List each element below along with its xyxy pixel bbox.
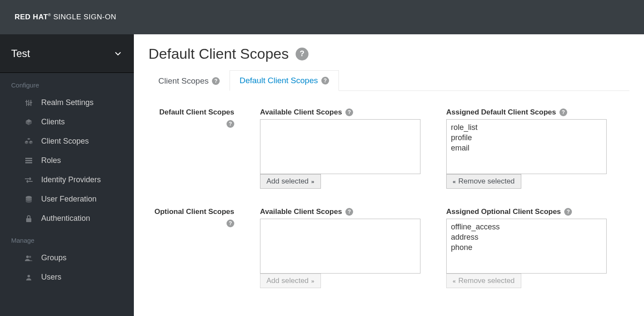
lock-icon [24, 215, 33, 222]
sliders-icon [24, 99, 33, 106]
svg-rect-6 [25, 158, 32, 159]
chevron-right-icon: » [311, 278, 314, 284]
realm-name: Test [11, 48, 30, 60]
row-label-text: Optional Client Scopes [154, 208, 234, 216]
available-label: Available Client Scopes ? [260, 208, 420, 216]
tab-label: Default Client Scopes [239, 76, 318, 85]
main-content: Default Client Scopes ? Client Scopes ? … [134, 34, 644, 316]
button-label: Remove selected [458, 277, 514, 285]
list-item[interactable]: address [451, 232, 602, 242]
add-selected-default-button[interactable]: Add selected » [260, 174, 321, 189]
sidebar-item-users[interactable]: Users [0, 268, 134, 287]
help-icon[interactable]: ? [564, 208, 572, 216]
sidebar-item-label: Users [41, 273, 61, 282]
page-title: Default Client Scopes ? [148, 45, 629, 62]
row-label-optional: Optional Client Scopes ? [148, 208, 234, 288]
sidebar-item-roles[interactable]: Roles [0, 151, 134, 170]
button-label: Remove selected [458, 177, 514, 186]
users-icon [24, 255, 33, 261]
svg-point-11 [26, 256, 29, 258]
button-label: Add selected [266, 177, 308, 186]
tab-label: Client Scopes [158, 76, 209, 86]
svg-rect-1 [28, 100, 29, 106]
remove-selected-default-button[interactable]: « Remove selected [446, 174, 521, 189]
chevron-left-icon: « [453, 178, 456, 185]
chevron-left-icon: « [453, 278, 456, 284]
list-item[interactable]: profile [451, 132, 602, 143]
available-label-text: Available Client Scopes [260, 108, 342, 117]
exchange-icon [24, 177, 33, 183]
database-icon [24, 196, 33, 203]
user-icon [24, 274, 33, 280]
help-icon[interactable]: ? [321, 77, 329, 84]
sidebar: Test Configure Realm Settings Clients Cl… [0, 34, 134, 316]
help-icon[interactable]: ? [227, 220, 234, 227]
col-available-default: Available Client Scopes ? Add selected » [260, 108, 420, 189]
sidebar-item-client-scopes[interactable]: Client Scopes [0, 132, 134, 151]
sidebar-item-label: Clients [41, 117, 65, 126]
page-title-text: Default Client Scopes [148, 45, 289, 62]
add-selected-optional-button[interactable]: Add selected » [260, 274, 321, 288]
brand-part1: RED HAT [15, 13, 48, 21]
sidebar-section-manage: Manage [0, 228, 134, 248]
tab-client-scopes[interactable]: Client Scopes ? [148, 70, 230, 91]
brand-logo: RED HAT® SINGLE SIGN-ON [15, 13, 116, 21]
col-available-optional: Available Client Scopes ? Add selected » [260, 208, 420, 288]
svg-rect-10 [26, 218, 31, 222]
available-optional-listbox[interactable] [260, 219, 420, 274]
brand-trademark: ® [48, 13, 51, 17]
list-item[interactable]: phone [451, 242, 602, 253]
row-label-text: Default Client Scopes [159, 108, 234, 117]
chevron-right-icon: » [311, 178, 314, 185]
row-optional-client-scopes: Optional Client Scopes ? Available Clien… [148, 208, 629, 288]
sidebar-item-label: Client Scopes [41, 137, 89, 146]
help-icon[interactable]: ? [212, 77, 220, 85]
tab-default-client-scopes[interactable]: Default Client Scopes ? [230, 70, 339, 91]
help-icon[interactable]: ? [296, 48, 308, 60]
button-label: Add selected [266, 277, 308, 285]
sidebar-item-label: Groups [41, 253, 67, 262]
list-item[interactable]: role_list [451, 122, 602, 132]
row-default-client-scopes: Default Client Scopes ? Available Client… [148, 108, 629, 189]
svg-rect-4 [27, 104, 30, 105]
available-label: Available Client Scopes ? [260, 108, 420, 117]
remove-selected-optional-button[interactable]: « Remove selected [446, 274, 521, 288]
topbar: RED HAT® SINGLE SIGN-ON [0, 0, 644, 34]
sidebar-item-label: Authentication [41, 214, 90, 223]
svg-rect-5 [30, 102, 32, 103]
sidebar-item-label: User Federation [41, 195, 97, 204]
sidebar-item-identity-providers[interactable]: Identity Providers [0, 170, 134, 190]
svg-point-12 [29, 256, 31, 258]
sidebar-item-label: Identity Providers [41, 175, 101, 184]
svg-rect-7 [25, 160, 32, 161]
list-item[interactable]: email [451, 143, 602, 153]
chevron-down-icon [115, 51, 121, 56]
list-icon [24, 158, 33, 164]
assigned-label: Assigned Default Client Scopes ? [446, 108, 607, 117]
cubes-icon [24, 138, 33, 145]
realm-selector[interactable]: Test [0, 34, 134, 73]
col-assigned-default: Assigned Default Client Scopes ? role_li… [446, 108, 607, 189]
assigned-label-text: Assigned Optional Client Scopes [446, 208, 561, 216]
svg-rect-8 [25, 162, 32, 163]
assigned-optional-listbox[interactable]: offline_accessaddressphone [446, 219, 607, 274]
svg-point-13 [27, 275, 30, 277]
sidebar-item-authentication[interactable]: Authentication [0, 209, 134, 228]
help-icon[interactable]: ? [345, 108, 353, 116]
help-icon[interactable]: ? [227, 120, 234, 128]
sidebar-item-user-federation[interactable]: User Federation [0, 190, 134, 209]
svg-rect-0 [26, 100, 27, 106]
help-icon[interactable]: ? [559, 108, 567, 116]
available-default-listbox[interactable] [260, 119, 420, 174]
assigned-default-listbox[interactable]: role_listprofileemail [446, 119, 607, 174]
sidebar-item-realm-settings[interactable]: Realm Settings [0, 93, 134, 112]
cube-icon [24, 119, 33, 126]
help-icon[interactable]: ? [345, 208, 353, 216]
list-item[interactable]: offline_access [451, 222, 602, 232]
sidebar-section-configure: Configure [0, 73, 134, 93]
sidebar-item-label: Realm Settings [41, 98, 94, 107]
sidebar-item-clients[interactable]: Clients [0, 112, 134, 132]
available-label-text: Available Client Scopes [260, 208, 342, 216]
row-label-default: Default Client Scopes ? [148, 108, 234, 189]
sidebar-item-groups[interactable]: Groups [0, 248, 134, 268]
